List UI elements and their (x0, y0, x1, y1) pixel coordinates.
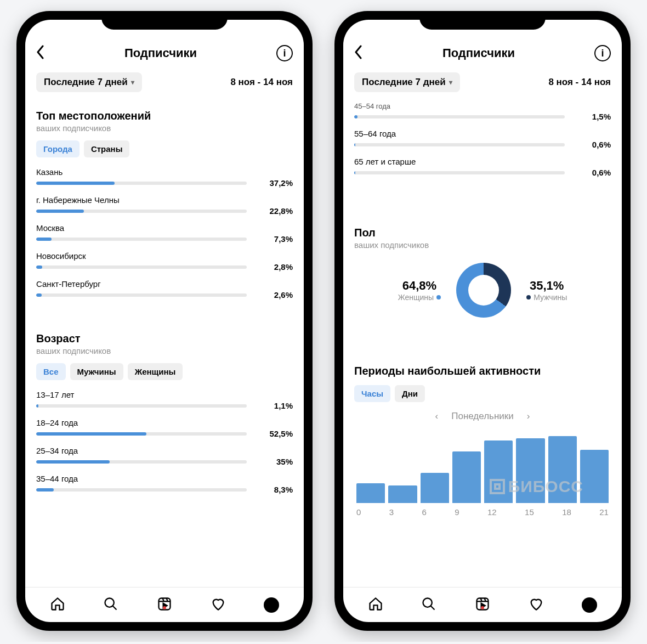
home-icon[interactable] (50, 596, 65, 614)
activity-title: Периоды наибольшей активности (354, 365, 611, 377)
tab-days[interactable]: Дни (395, 385, 425, 402)
date-range: 8 ноя - 14 ноя (230, 77, 293, 88)
tab-cities[interactable]: Города (36, 140, 80, 157)
location-row: Казань 37,2% (36, 167, 293, 188)
period-label: Последние 7 дней (44, 77, 128, 88)
legend-dot-women (436, 295, 441, 300)
age-row: 35–44 года 8,3% (36, 474, 293, 494)
chevron-down-icon: ▾ (131, 78, 134, 86)
tab-bar (25, 587, 304, 622)
page-title: Подписчики (124, 46, 197, 60)
period-dropdown[interactable]: Последние 7 дней ▾ (354, 72, 460, 92)
locations-title: Топ местоположений (36, 110, 293, 122)
phone-left: Подписчики i Последние 7 дней ▾ 8 ноя - … (16, 11, 313, 631)
tab-age-men[interactable]: Мужчины (70, 363, 123, 380)
age-row: 55–64 года 0,6% (354, 129, 611, 149)
gender-men: 35,1% Мужчины (526, 279, 567, 302)
age-subtitle: ваших подписчиков (36, 346, 293, 355)
location-row: г. Набережные Челны 22,8% (36, 195, 293, 216)
search-icon[interactable] (421, 596, 436, 614)
back-button[interactable] (36, 45, 45, 61)
svg-line-8 (431, 606, 435, 609)
watermark-icon (490, 479, 505, 494)
svg-point-0 (105, 598, 114, 607)
age-row: 25–34 года 35% (36, 446, 293, 466)
phone-right: Подписчики i Последние 7 дней ▾ 8 ноя - … (334, 11, 631, 631)
gender-women: 64,8% Женщины (398, 279, 441, 302)
gender-subtitle: ваших подписчиков (354, 240, 611, 250)
age-row: 18–24 года 52,5% (36, 418, 293, 438)
tab-hours[interactable]: Часы (354, 385, 390, 402)
age-title: Возраст (36, 332, 293, 345)
locations-subtitle: ваших подписчиков (36, 123, 293, 133)
period-dropdown[interactable]: Последние 7 дней ▾ (36, 72, 142, 92)
day-label: Понедельники (451, 411, 514, 422)
age-row: 13–17 лет 1,1% (36, 390, 293, 410)
period-label: Последние 7 дней (362, 77, 446, 88)
chevron-down-icon: ▾ (449, 78, 452, 86)
location-row: Москва 7,3% (36, 223, 293, 244)
profile-avatar[interactable] (582, 597, 597, 613)
notch (101, 11, 228, 30)
search-icon[interactable] (103, 596, 118, 614)
gender-donut-chart (456, 263, 511, 318)
location-row: Санкт-Петербург 2,6% (36, 279, 293, 300)
notification-dot (481, 606, 484, 609)
back-button[interactable] (354, 45, 363, 61)
watermark: БИБОСС (490, 477, 583, 496)
next-day-button[interactable]: › (527, 411, 530, 422)
reels-icon[interactable] (475, 596, 490, 614)
locations-section: Топ местоположений ваших подписчиков Гор… (36, 110, 293, 300)
heart-icon[interactable] (211, 596, 226, 614)
home-icon[interactable] (368, 596, 383, 614)
activity-axis: 0 3 6 9 12 15 18 21 (354, 507, 611, 517)
heart-icon[interactable] (529, 596, 544, 614)
svg-line-1 (113, 606, 117, 609)
age-row: 65 лет и старше 0,6% (354, 157, 611, 177)
legend-dot-men (526, 295, 531, 300)
page-title: Подписчики (442, 46, 515, 60)
tab-age-women[interactable]: Женщины (128, 363, 183, 380)
info-button[interactable]: i (276, 45, 293, 61)
date-range: 8 ноя - 14 ноя (548, 77, 611, 88)
info-button[interactable]: i (594, 45, 611, 61)
tab-age-all[interactable]: Все (36, 363, 66, 380)
svg-point-7 (423, 598, 432, 607)
age-section: Возраст ваших подписчиков Все Мужчины Же… (36, 332, 293, 494)
location-row: Новосибирск 2,8% (36, 251, 293, 272)
gender-section: Пол ваших подписчиков 64,8% Женщины 35,1… (354, 227, 611, 326)
age-row: 45–54 года 1,5% (354, 102, 611, 121)
locations-list: Казань 37,2% г. Набережные Челны 22,8% (36, 167, 293, 300)
profile-avatar[interactable] (264, 597, 279, 613)
notification-dot (163, 606, 166, 609)
tab-bar (343, 587, 622, 622)
reels-icon[interactable] (157, 596, 172, 614)
notch (419, 11, 546, 30)
gender-title: Пол (354, 227, 611, 239)
prev-day-button[interactable]: ‹ (435, 411, 439, 422)
tab-countries[interactable]: Страны (84, 140, 130, 157)
